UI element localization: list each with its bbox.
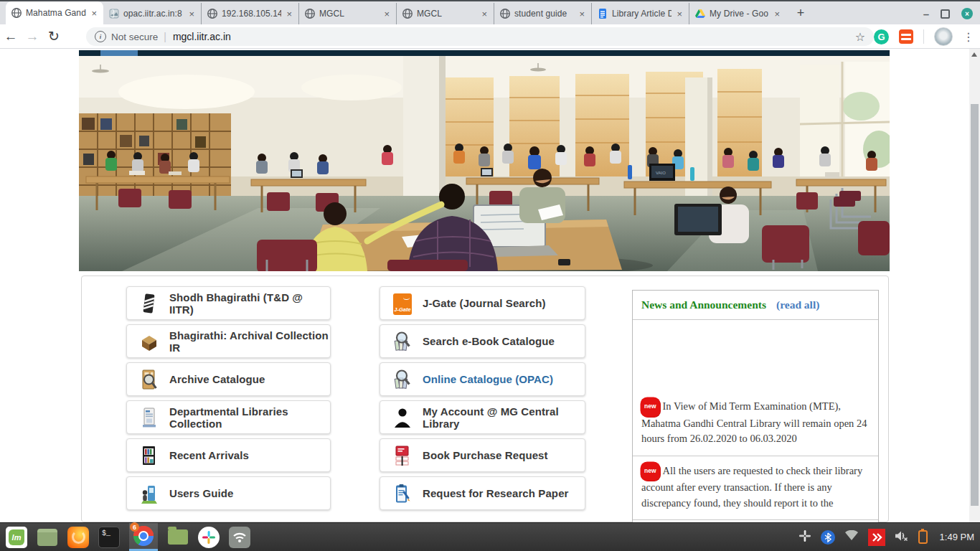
tab-title: student guide xyxy=(514,9,574,19)
link-label: Book Purchase Request xyxy=(423,449,548,461)
book-search-icon xyxy=(393,369,412,390)
orange-extension-icon[interactable] xyxy=(899,29,913,44)
slack-launcher[interactable] xyxy=(198,527,220,548)
tab-close-icon[interactable]: × xyxy=(773,9,781,19)
link-book-purchase-request[interactable]: Book Purchase Request xyxy=(380,438,585,472)
new-badge: new xyxy=(641,463,659,481)
tab-close-icon[interactable]: × xyxy=(187,9,196,19)
profile-avatar[interactable] xyxy=(934,27,953,46)
globe-favicon xyxy=(207,8,218,19)
anydesk-icon[interactable] xyxy=(868,529,885,546)
tab-title: My Drive - Goo xyxy=(710,9,769,19)
link-archive-catalogue[interactable]: Archive Catalogue xyxy=(126,362,331,396)
link-label: Recent Arrivals xyxy=(169,449,249,461)
svg-text:VAIO: VAIO xyxy=(656,171,666,175)
thesis-stack-icon xyxy=(140,293,159,314)
address-bar[interactable]: i Not secure | mgcl.iitr.ac.in ☆ xyxy=(86,27,874,46)
link-label: Request for Research Paper xyxy=(423,487,569,499)
news-item: newAll the users are requested to check … xyxy=(633,456,878,521)
tab-my-drive[interactable]: My Drive - Goo × xyxy=(689,3,786,24)
chrome-menu-icon[interactable]: ⋮ xyxy=(963,30,974,44)
mint-menu-button[interactable]: lm xyxy=(6,527,27,548)
google-drive-favicon xyxy=(694,8,706,19)
link-users-guide[interactable]: Users Guide xyxy=(126,476,331,510)
link-my-account[interactable]: My Account @ MG Central Library xyxy=(380,400,585,434)
kiosk-icon xyxy=(140,483,159,504)
new-tab-button[interactable]: + xyxy=(791,3,811,23)
screen: Mahatma Gand × opac.iitr.ac.in:8 × 192.1… xyxy=(0,0,980,551)
toolbar-extensions: G ⋮ xyxy=(874,24,974,49)
bluetooth-icon[interactable] xyxy=(821,530,835,545)
file-manager-launcher[interactable] xyxy=(167,527,189,548)
tab-title: 192.168.105.14 xyxy=(222,9,281,19)
firefox-launcher[interactable] xyxy=(67,527,89,548)
minimize-button[interactable]: – xyxy=(923,9,929,19)
link-shodh-bhagirathi[interactable]: Shodh Bhagirathi (T&D @ IITR) xyxy=(126,286,331,320)
link-jgate[interactable]: J-Gate J-Gate (Journal Search) xyxy=(380,286,585,320)
globe-favicon xyxy=(304,8,316,19)
book-search-icon xyxy=(393,331,412,352)
link-label: Shodh Bhagirathi (T&D @ IITR) xyxy=(169,291,330,316)
volume-muted-icon[interactable] xyxy=(895,530,909,545)
jgate-icon: J-Gate xyxy=(393,293,412,315)
scrollbar-up-arrow[interactable] xyxy=(971,52,977,57)
news-title: News and Announcements xyxy=(641,298,766,311)
tab-opac[interactable]: opac.iitr.ac.in:8 × xyxy=(103,3,201,24)
news-panel: News and Announcements (read all) newIn … xyxy=(632,290,879,522)
library-photo: VAIO xyxy=(79,56,890,271)
new-badge: new xyxy=(641,398,659,416)
grammarly-extension-icon[interactable]: G xyxy=(874,29,889,44)
tab-mgcl-1[interactable]: MGCL × xyxy=(298,3,396,24)
back-button[interactable]: ← xyxy=(0,29,22,43)
site-navbar-edge xyxy=(79,50,890,56)
site-navbar-active-item[interactable] xyxy=(100,50,138,56)
tab-title: Mahatma Gand xyxy=(26,8,86,18)
slack-tray-icon[interactable] xyxy=(798,529,811,545)
link-departmental-libraries[interactable]: Departmental Libraries Collection xyxy=(126,400,331,434)
link-search-ebook-catalogue[interactable]: Search e-Book Catalogue xyxy=(380,324,585,358)
tab-title: MGCL xyxy=(417,9,476,19)
wifi-signal-icon[interactable] xyxy=(844,530,859,544)
tab-ip-address[interactable]: 192.168.105.14 × xyxy=(201,3,298,24)
terminal-launcher[interactable]: $_ xyxy=(98,527,120,548)
link-recent-arrivals[interactable]: Recent Arrivals xyxy=(126,438,331,472)
link-label: My Account @ MG Central Library xyxy=(423,405,585,430)
tab-title: MGCL xyxy=(319,9,379,19)
scrollbar-thumb[interactable] xyxy=(971,104,979,506)
link-label: Users Guide xyxy=(169,487,233,499)
page-scrollbar[interactable] xyxy=(969,49,980,522)
bookmark-star-icon[interactable]: ☆ xyxy=(855,30,865,44)
link-label: Departmental Libraries Collection xyxy=(169,405,330,430)
chrome-taskbar-item[interactable]: 6 xyxy=(129,523,158,551)
battery-icon[interactable] xyxy=(918,530,928,544)
system-tray: 1:49 PM xyxy=(798,529,974,546)
close-button[interactable]: × xyxy=(961,8,973,19)
broken-image-favicon xyxy=(108,8,120,19)
tab-close-icon[interactable]: × xyxy=(480,9,489,19)
tab-library-article[interactable]: Library Article D × xyxy=(591,3,689,24)
chrome-notification-badge: 6 xyxy=(130,522,139,532)
tab-close-icon[interactable]: × xyxy=(675,9,684,19)
info-icon[interactable]: i xyxy=(95,31,106,42)
tab-mgcl-2[interactable]: MGCL × xyxy=(396,3,494,24)
network-launcher[interactable] xyxy=(229,527,250,548)
link-online-catalogue-opac[interactable]: Online Catalogue (OPAC) xyxy=(380,362,585,396)
tab-student-guide[interactable]: student guide × xyxy=(494,3,591,24)
tab-close-icon[interactable]: × xyxy=(578,9,586,19)
quick-links-panel: Shodh Bhagirathi (T&D @ IITR) Bhagirathi… xyxy=(81,276,889,522)
tab-close-icon[interactable]: × xyxy=(90,9,98,18)
taskbar-clock[interactable]: 1:49 PM xyxy=(940,532,974,542)
tab-close-icon[interactable]: × xyxy=(285,9,293,19)
reload-button[interactable]: ↻ xyxy=(43,29,65,43)
restore-button[interactable] xyxy=(941,9,950,19)
forward-button[interactable]: → xyxy=(22,29,43,43)
read-all-link[interactable]: (read all) xyxy=(776,298,819,311)
link-bhagirathi-archival[interactable]: Bhagirathi: Archival Collection IR xyxy=(126,324,331,358)
show-desktop-button[interactable] xyxy=(37,527,58,548)
tab-mahatma-gandhi-library[interactable]: Mahatma Gand × xyxy=(6,1,103,24)
tab-close-icon[interactable]: × xyxy=(382,9,391,19)
link-request-research-paper[interactable]: Request for Research Paper xyxy=(380,476,585,510)
url-text: mgcl.iitr.ac.in xyxy=(173,31,231,42)
link-label: Bhagirathi: Archival Collection IR xyxy=(169,329,330,354)
news-item: newIn View of Mid Term Examination (MTE)… xyxy=(633,392,878,456)
